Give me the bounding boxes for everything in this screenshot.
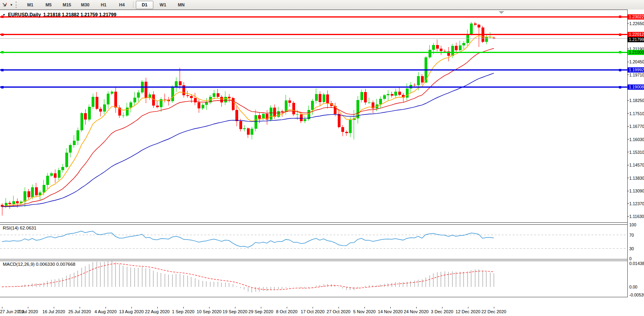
timeframe-button-w1[interactable]: W1 [154,1,172,9]
mt4-window: ▼ M1M5M15M30H1H4D1W1MN ▼ EURUSD,Daily 1.… [0,0,644,316]
timeframe-button-h1[interactable]: H1 [95,1,112,9]
price-tick-label: 1.22650 [628,21,644,26]
date-tick-label: 14 Nov 2020 [378,309,403,314]
date-tick-mark [28,307,28,308]
hline-price-badge: 1.19008 [628,84,644,90]
rsi-indicator-label: RSI(14) 62.0631 [3,226,36,230]
chart-symbol-label: EURUSD,Daily [8,12,41,18]
date-tick-mark [2,307,2,308]
timeframe-button-h4[interactable]: H4 [113,1,131,9]
date-tick-label: 24 Nov 2020 [404,309,429,314]
price-tick-label: 1.16770 [628,124,644,129]
chart-ohlc-values: 1.21818 1.21882 1.21759 1.21799 [43,12,117,18]
toolbar: ▼ M1M5M15M30H1H4D1W1MN [0,0,644,10]
dropdown-caret-icon[interactable]: ▼ [9,1,14,8]
timeframe-button-m30[interactable]: M30 [76,1,94,9]
macd-scale-label: -0.00539 [628,292,644,297]
date-tick-mark [131,307,132,308]
date-tick-mark [313,307,313,308]
chart-canvas[interactable] [0,10,644,297]
rsi-scale-label: 100 [628,222,644,227]
date-tick-mark [80,307,80,308]
date-tick-label: 22 Aug 2020 [145,309,170,314]
date-tick-mark [364,307,365,308]
date-tick-mark [416,307,417,308]
timeframe-button-d1[interactable]: D1 [136,1,153,9]
price-tick-label: 1.12370 [628,201,644,206]
date-tick-label: 12 Dec 2020 [456,309,480,314]
chart-tool-icon[interactable] [1,1,9,8]
rsi-scale-label: 70 [628,233,644,237]
date-tick-label: 29 Sep 2020 [249,309,273,314]
date-tick-label: 25 Jul 2020 [69,309,91,314]
date-tick-mark [183,307,184,308]
date-tick-label: 10 Sep 2020 [197,309,221,314]
price-tick-label: 1.13090 [628,188,644,193]
date-tick-label: 17 Oct 2020 [301,309,325,314]
date-tick-label: 27 Oct 2020 [327,309,350,314]
date-tick-label: 22 Dec 2020 [482,309,506,314]
toolbar-separator [133,1,133,8]
chart-title: ▼ EURUSD,Daily 1.21818 1.21882 1.21759 1… [2,12,116,18]
price-tick-label: 1.13830 [628,176,644,181]
date-tick-mark [261,307,261,308]
price-tick-label: 1.17510 [628,111,644,116]
date-axis[interactable]: 27 Jun 20207 Jul 202016 Jul 202025 Jul 2… [0,307,644,316]
macd-scale-label: 0.014384 [628,261,644,266]
date-tick-mark [390,307,391,308]
price-tick-label: 1.18250 [628,98,644,103]
price-tick-label: 1.14570 [628,163,644,167]
macd-scale-label: 0.00 [628,285,644,289]
date-tick-mark [442,307,442,308]
price-axis[interactable]: 1.226501.211901.204501.197101.182501.175… [628,10,644,297]
timeframe-button-m5[interactable]: M5 [40,1,57,9]
date-tick-mark [339,307,339,308]
hline-price-badge: 1.23022 [628,14,644,20]
timeframe-button-mn[interactable]: MN [172,1,190,9]
arrow-tool-glyph [2,2,8,8]
date-tick-mark [209,307,209,308]
toolbar-grip[interactable] [16,2,19,8]
hline-price-badge: 1.19992 [628,67,644,73]
date-tick-label: 19 Sep 2020 [223,309,247,314]
date-tick-mark [106,307,106,308]
date-tick-mark [494,307,494,308]
price-tick-label: 1.16030 [628,137,644,142]
chart-window: ▼ EURUSD,Daily 1.21818 1.21882 1.21759 1… [0,10,644,306]
timeframe-button-m1[interactable]: M1 [22,1,39,9]
price-tick-label: 1.19710 [628,73,644,77]
timeframe-buttons: M1M5M15M30H1H4D1W1MN [21,0,190,10]
timeframe-button-m15[interactable]: M15 [58,1,76,9]
date-tick-mark [235,307,235,308]
date-tick-label: 5 Nov 2020 [353,309,376,314]
date-tick-label: 4 Aug 2020 [94,309,117,314]
date-tick-label: 1 Sep 2020 [172,309,194,314]
symbol-caret-icon: ▼ [2,13,6,17]
price-tick-label: 1.20450 [628,59,644,64]
macd-indicator-label: MACD(12,26,9) 0.006330 0.007668 [3,262,75,267]
hline-price-badge: 1.21000 [628,50,644,55]
current-price-badge: 1.21799 [628,37,644,42]
date-tick-mark [468,307,468,308]
rsi-scale-label: 0 [628,256,644,261]
date-tick-label: 16 Jul 2020 [43,309,65,314]
date-tick-mark [157,307,158,308]
date-tick-label: 13 Aug 2020 [119,309,144,314]
date-tick-label: 7 Jul 2020 [18,309,38,314]
date-tick-label: 8 Oct 2020 [276,309,298,314]
date-tick-label: 3 Dec 2020 [431,309,453,314]
price-tick-label: 1.11630 [628,214,644,219]
date-tick-mark [54,307,54,308]
date-tick-mark [287,307,287,308]
rsi-scale-label: 30 [628,246,644,251]
price-tick-label: 1.15310 [628,150,644,155]
hline-price-badge: 1.22012 [628,32,644,37]
